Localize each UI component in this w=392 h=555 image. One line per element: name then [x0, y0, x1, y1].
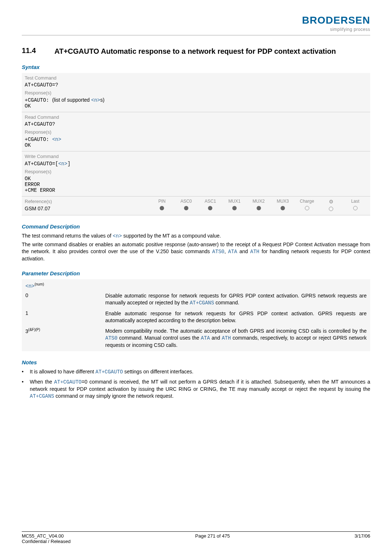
test-label: Test Command [25, 75, 367, 81]
footer-date: 3/17/06 [355, 533, 370, 544]
param-head: <n>(num) [25, 282, 367, 289]
note-text: When the AT+CGAUTO=0 command is received… [30, 378, 370, 400]
dot-filled-icon [281, 206, 285, 210]
bullet-icon: • [22, 368, 30, 376]
ref-col-asc1: ASC1 [198, 199, 222, 212]
cmd-desc-p1: The test command returns the values of <… [22, 232, 370, 240]
ref-label: Reference(s) [25, 199, 150, 204]
read-command-block: Read Command AT+CGAUTO? Response(s) +CGA… [22, 112, 370, 151]
footer-page: Page 271 of 475 [195, 533, 230, 544]
dot-filled-icon [232, 206, 237, 210]
ref-col-gear: ⚙ [319, 199, 343, 212]
write-response-label: Response(s) [25, 169, 367, 174]
cmd-desc-p2: The write command disables or enables an… [22, 241, 370, 262]
ref-col-last: Last [343, 199, 368, 212]
dot-filled-icon [160, 206, 164, 210]
dot-filled-icon [208, 206, 212, 210]
section-number: 11.4 [22, 46, 54, 55]
read-resp-param: <n> [52, 137, 61, 142]
ref-col-mux2: MUX2 [246, 199, 271, 212]
test-resp-param: <n> [91, 97, 100, 103]
write-l2: ERROR [25, 182, 367, 187]
ref-left: Reference(s) GSM 07.07 [25, 199, 150, 211]
ref-col-asc0: ASC0 [174, 199, 199, 212]
read-resp-prefix: +CGAUTO: [25, 137, 52, 142]
test-resp-t1: (list of supported [52, 97, 91, 103]
param-box: <n>(num) 0 Disable automatic response fo… [22, 279, 370, 352]
param-key: 0 [25, 292, 105, 298]
write-l1: OK [25, 176, 367, 182]
dot-open-icon [329, 207, 333, 211]
notes-list: • It is allowed to have different AT+CGA… [22, 368, 370, 400]
ref-col-charge: Charge [295, 199, 319, 212]
test-ok: OK [25, 103, 367, 109]
brand-name: BRODERSEN [302, 15, 370, 26]
note-item: • It is allowed to have different AT+CGA… [22, 368, 370, 376]
ref-grid: PIN ASC0 ASC1 MUX1 MUX2 MUX3 Charge ⚙ La… [150, 199, 367, 212]
ref-col-mux3: MUX3 [271, 199, 295, 212]
test-command: AT+CGAUTO=? [25, 82, 367, 88]
footer-left: MC55_ATC_V04.00 Confidential / Released [22, 533, 70, 544]
footer-doc: MC55_ATC_V04.00 [22, 533, 70, 539]
dot-open-icon [353, 206, 358, 210]
read-ok: OK [25, 142, 367, 148]
dot-open-icon [305, 206, 309, 210]
param-row-0: 0 Disable automatic response for network… [25, 292, 367, 307]
param-desc: Disable automatic response for network r… [105, 292, 367, 307]
test-resp-prefix: +CGAUTO: [25, 97, 52, 103]
section-heading: 11.4 AT+CGAUTO Automatic response to a n… [22, 46, 370, 56]
dot-filled-icon [184, 206, 188, 210]
test-response-label: Response(s) [25, 90, 367, 96]
note-text: It is allowed to have different AT+CGAUT… [30, 368, 193, 376]
write-cmd-prefix: AT+CGAUTO=[ [25, 161, 58, 167]
reference-row: Reference(s) GSM 07.07 PIN ASC0 ASC1 MUX… [22, 197, 370, 215]
gear-icon: ⚙ [329, 199, 334, 204]
section-title-text: AT+CGAUTO Automatic response to a networ… [54, 46, 336, 56]
test-response-line: +CGAUTO: (list of supported <n>s) [25, 97, 367, 103]
write-label: Write Command [25, 154, 367, 159]
bullet-icon: • [22, 378, 30, 400]
footer-conf: Confidential / Released [22, 539, 70, 544]
ref-col-pin: PIN [150, 199, 174, 212]
test-resp-t2: s) [100, 97, 105, 103]
read-response-line: +CGAUTO: <n> [25, 136, 367, 142]
page-footer: MC55_ATC_V04.00 Confidential / Released … [22, 531, 370, 544]
param-desc: Enable automatic response for network re… [105, 310, 367, 324]
ref-value: GSM 07.07 [25, 206, 150, 211]
note-item: • When the AT+CGAUTO=0 command is receiv… [22, 378, 370, 400]
ref-col-mux1: MUX1 [222, 199, 247, 212]
write-command-block: Write Command AT+CGAUTO=[<n>] Response(s… [22, 151, 370, 197]
read-response-label: Response(s) [25, 129, 367, 135]
brand-logo: BRODERSEN simplifying process [302, 15, 370, 32]
write-cmd-param: <n> [58, 161, 67, 167]
param-key: 1 [25, 310, 105, 316]
write-cmd-suffix: ] [68, 161, 70, 167]
command-description-heading: Command Description [22, 223, 370, 230]
header-rule [22, 35, 370, 36]
notes-heading: Notes [22, 359, 370, 365]
read-command: AT+CGAUTO? [25, 121, 367, 127]
param-row-3: 3(&F)(P) Modem compatibility mode. The a… [25, 328, 367, 349]
write-command: AT+CGAUTO=[<n>] [25, 161, 367, 167]
parameter-description-heading: Parameter Description [22, 270, 370, 276]
brand-tagline: simplifying process [302, 27, 370, 32]
syntax-box: Test Command AT+CGAUTO=? Response(s) +CG… [22, 73, 370, 215]
syntax-heading: Syntax [22, 64, 370, 70]
page-header: BRODERSEN simplifying process [22, 15, 370, 32]
test-command-block: Test Command AT+CGAUTO=? Response(s) +CG… [22, 73, 370, 112]
param-row-1: 1 Enable automatic response for network … [25, 310, 367, 324]
read-label: Read Command [25, 114, 367, 120]
param-key: 3(&F)(P) [25, 328, 105, 334]
param-desc: Modem compatibility mode. The automatic … [105, 328, 367, 349]
write-l3: +CME ERROR [25, 187, 367, 193]
dot-filled-icon [257, 206, 261, 210]
